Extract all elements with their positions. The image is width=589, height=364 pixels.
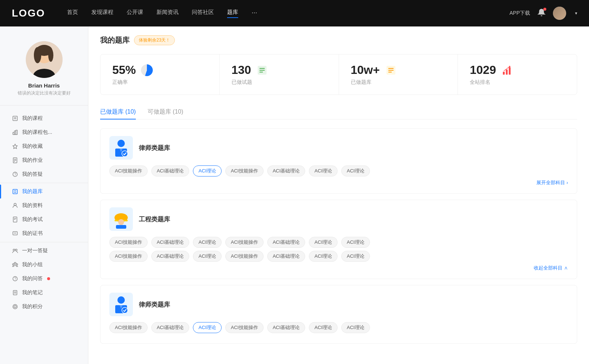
bank-card-engineer-header: 工程类题库 <box>109 207 568 231</box>
sidebar-item-profile[interactable]: 我的资料 <box>0 199 88 213</box>
navbar-logo: LOGO <box>12 7 45 19</box>
stat-ranking-top: 1029 <box>470 63 565 77</box>
sidebar-item-notes[interactable]: 我的笔记 <box>0 286 88 300</box>
bank-engineer-subjects-row2: ACI技能操作 ACI基础理论 ACI理论 ACI技能操作 ACI基础理论 AC… <box>109 251 568 262</box>
main-content: 我的题库 体验剩余23天！ 55% 正确率 130 <box>88 26 589 364</box>
my-answers-icon: ? <box>12 275 18 282</box>
sidebar-item-bank[interactable]: 我的题库 <box>0 185 88 199</box>
tabs-row: 已做题库 (10) 可做题库 (10) <box>100 105 577 119</box>
stat-accuracy: 55% 正确率 <box>100 54 220 94</box>
subject-tag-selected[interactable]: ACI理论 <box>193 322 222 333</box>
subject-tag[interactable]: ACI技能操作 <box>109 165 148 176</box>
subject-tag[interactable]: ACI理论 <box>341 251 370 262</box>
bank-lawyer-1-subjects: ACI技能操作 ACI基础理论 ACI理论 ACI技能操作 ACI基础理论 AC… <box>109 165 568 176</box>
sidebar-item-one-on-one[interactable]: 一对一答疑 <box>0 244 88 258</box>
sidebar-label-points: 我的积分 <box>22 303 43 310</box>
subject-tag-selected[interactable]: ACI理论 <box>193 165 222 176</box>
sidebar-item-exams[interactable]: 我的考试 <box>0 213 88 226</box>
sidebar-item-groups[interactable]: 我的小组 <box>0 258 88 272</box>
nav-more[interactable]: ··· <box>251 9 257 18</box>
avatar-chevron-icon[interactable]: ▾ <box>575 11 577 16</box>
sidebar-divider-1 <box>0 183 88 183</box>
subject-tag[interactable]: ACI理论 <box>309 251 338 262</box>
stat-accuracy-top: 55% <box>112 63 208 77</box>
svg-rect-19 <box>13 189 17 194</box>
subject-tag[interactable]: ACI理论 <box>309 322 338 333</box>
subject-tag[interactable]: ACI技能操作 <box>225 251 264 262</box>
sidebar-item-certs[interactable]: 我的证书 <box>0 226 88 240</box>
app-download-link[interactable]: APP下载 <box>509 10 530 17</box>
subject-tag[interactable]: ACI基础理论 <box>151 165 190 176</box>
subject-tag[interactable]: ACI理论 <box>341 322 370 333</box>
sidebar-label-homework: 我的作业 <box>22 157 43 164</box>
avatar[interactable] <box>553 7 566 20</box>
subject-tag[interactable]: ACI基础理论 <box>267 322 306 333</box>
nav-home[interactable]: 首页 <box>67 9 78 18</box>
sidebar-item-my-answers[interactable]: ? 我的问答 <box>0 272 88 286</box>
sidebar-label-favorites: 我的收藏 <box>22 143 43 150</box>
sidebar-item-answers[interactable]: ? 我的答疑 <box>0 167 88 181</box>
avatar-image <box>553 7 566 20</box>
subject-tag[interactable]: ACI基础理论 <box>267 237 306 248</box>
answers-notification-dot <box>47 277 50 280</box>
subject-tag[interactable]: ACI理论 <box>193 237 222 248</box>
subject-tag[interactable]: ACI技能操作 <box>225 322 264 333</box>
page-title: 我的题库 <box>100 35 130 45</box>
sidebar-item-my-packages[interactable]: 我的课程包... <box>0 125 88 139</box>
svg-point-31 <box>13 264 14 265</box>
nav-qa[interactable]: 问答社区 <box>192 9 214 18</box>
nav-news[interactable]: 新闻资讯 <box>156 9 179 18</box>
svg-point-30 <box>14 263 16 264</box>
svg-text:?: ? <box>14 172 17 176</box>
homework-icon <box>12 157 18 164</box>
nav-bank[interactable]: 题库 <box>227 9 238 18</box>
svg-point-59 <box>118 219 124 225</box>
bank-lawyer-2-subjects: ACI技能操作 ACI基础理论 ACI理论 ACI技能操作 ACI基础理论 AC… <box>109 322 568 333</box>
subject-tag[interactable]: ACI理论 <box>193 251 222 262</box>
notification-dot <box>543 8 546 11</box>
subject-tag[interactable]: ACI技能操作 <box>109 237 148 248</box>
accuracy-label: 正确率 <box>112 79 208 86</box>
bank-card-lawyer-1: 律师类题库 ACI技能操作 ACI基础理论 ACI理论 ACI技能操作 ACI基… <box>100 128 577 194</box>
stat-ranking: 1029 全站排名 <box>458 54 577 94</box>
tab-available-banks[interactable]: 可做题库 (10) <box>148 105 183 119</box>
subject-tag[interactable]: ACI理论 <box>341 165 370 176</box>
subject-tag[interactable]: ACI基础理论 <box>267 165 306 176</box>
user-avatar <box>26 41 63 78</box>
page-layout: Brian Harris 错误的决定比没有决定要好 我的课程 <box>0 26 589 364</box>
stat-banks-top: 10w+ <box>351 63 446 77</box>
stat-questions: 130 已做试题 <box>220 54 339 94</box>
questions-value: 130 <box>232 63 251 77</box>
subject-tag[interactable]: ACI理论 <box>309 237 338 248</box>
sidebar-item-points[interactable]: 我的积分 <box>0 300 88 314</box>
expand-subjects-link[interactable]: 展开全部科目 › <box>109 179 568 186</box>
banks-list-icon <box>384 64 398 77</box>
tab-done-banks[interactable]: 已做题库 (10) <box>100 105 136 119</box>
svg-rect-60 <box>116 225 126 229</box>
subject-tag[interactable]: ACI技能操作 <box>225 165 264 176</box>
svg-point-4 <box>34 47 41 63</box>
user-name: Brian Harris <box>28 82 60 89</box>
collapse-subjects-link[interactable]: 收起全部科目 ∧ <box>109 265 568 271</box>
sidebar-item-favorites[interactable]: 我的收藏 <box>0 139 88 153</box>
bank-card-engineer: 工程类题库 ACI技能操作 ACI基础理论 ACI理论 ACI技能操作 ACI基… <box>100 200 577 279</box>
subject-tag[interactable]: ACI基础理论 <box>151 322 190 333</box>
sidebar-item-homework[interactable]: 我的作业 <box>0 153 88 167</box>
subject-tag[interactable]: ACI基础理论 <box>151 251 190 262</box>
subject-tag[interactable]: ACI技能操作 <box>109 322 148 333</box>
notification-bell[interactable] <box>537 8 546 18</box>
subject-tag[interactable]: ACI技能操作 <box>109 251 148 262</box>
nav-open-course[interactable]: 公开课 <box>127 9 143 18</box>
sidebar-label-exams: 我的考试 <box>22 216 43 223</box>
subject-tag[interactable]: ACI理论 <box>341 237 370 248</box>
subject-tag[interactable]: ACI基础理论 <box>151 237 190 248</box>
sidebar-item-my-courses[interactable]: 我的课程 <box>0 111 88 125</box>
subject-tag[interactable]: ACI技能操作 <box>225 237 264 248</box>
bank-card-lawyer-2-header: 律师类题库 <box>109 293 568 316</box>
stats-row: 55% 正确率 130 <box>100 54 577 95</box>
sidebar-label-bank: 我的题库 <box>22 188 43 195</box>
one-on-one-icon <box>12 247 18 254</box>
subject-tag[interactable]: ACI基础理论 <box>267 251 306 262</box>
subject-tag[interactable]: ACI理论 <box>309 165 338 176</box>
nav-discover[interactable]: 发现课程 <box>91 9 113 18</box>
